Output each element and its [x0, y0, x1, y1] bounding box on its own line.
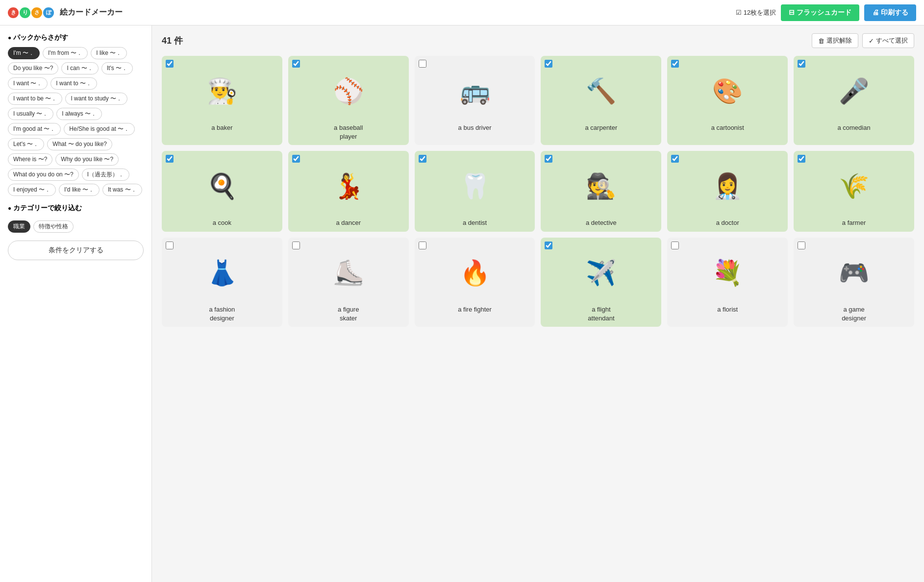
card-label: a figure skater	[338, 305, 359, 323]
card-label: a fire fighter	[458, 305, 492, 314]
card-checkbox[interactable]	[545, 242, 552, 249]
card-illustration: 🔥	[453, 246, 497, 300]
card-checkbox[interactable]	[166, 155, 174, 163]
app-name: 絵カードメーカー	[60, 7, 123, 18]
sidebar-tag[interactable]: I always 〜．	[56, 108, 102, 120]
sidebar-tag[interactable]: I like 〜．	[91, 47, 127, 59]
logo-circle-ri: り	[20, 7, 30, 18]
card-illustration: 👗	[200, 246, 244, 300]
logo-circle-po: ぽ	[43, 7, 54, 18]
result-count: 41 件	[162, 35, 183, 47]
content-header: 41 件 🗑 選択解除 ✓ すべて選択	[162, 33, 914, 48]
card: 👗a fashion designer	[162, 238, 282, 327]
sidebar-tag[interactable]: I（過去形）．	[82, 169, 129, 181]
card-image: 🎤	[798, 62, 910, 121]
card-checkbox[interactable]	[419, 60, 426, 68]
sidebar-tag[interactable]: I'm good at 〜．	[8, 123, 61, 135]
card-image: 🦷	[419, 157, 531, 216]
card-checkbox[interactable]	[545, 155, 552, 163]
card: 💃a dancer	[288, 151, 409, 231]
card-checkbox[interactable]	[671, 242, 679, 249]
card-image: 🍳	[166, 157, 278, 216]
card: ⚾a baseball player	[288, 56, 409, 145]
card-checkbox[interactable]	[671, 155, 679, 163]
card-checkbox[interactable]	[798, 242, 805, 249]
card-checkbox[interactable]	[798, 60, 805, 68]
sidebar-tag[interactable]: I'm from 〜．	[43, 47, 88, 59]
check-icon: ✓	[869, 37, 874, 45]
card-checkbox[interactable]	[419, 155, 426, 163]
flash-card-button[interactable]: ⊟ フラッシュカード	[781, 4, 859, 21]
sidebar-tag[interactable]: I want 〜．	[8, 77, 48, 90]
card: 🍳a cook	[162, 151, 282, 231]
card-illustration: ⚾	[326, 64, 371, 118]
card-label: a carpenter	[585, 123, 618, 132]
sidebar-tag[interactable]: I usually 〜．	[8, 108, 53, 120]
sidebar-tag[interactable]: I enjoyed 〜．	[8, 184, 56, 196]
card-label: a fashion designer	[209, 305, 235, 323]
card-illustration: 🍳	[200, 159, 244, 213]
card-illustration: ⛸️	[326, 246, 371, 300]
card-label: a dancer	[336, 218, 361, 227]
deselect-icon: 🗑	[818, 37, 824, 45]
sidebar-tag[interactable]: Do you like 〜?	[8, 62, 58, 74]
card-image: 🚌	[419, 62, 531, 121]
logo-circle-sa: さ	[31, 7, 42, 18]
card-image: ✈️	[545, 243, 657, 302]
card: 🚌a bus driver	[415, 56, 535, 145]
category-tag[interactable]: 特徴や性格	[33, 220, 74, 233]
clear-button[interactable]: 条件をクリアする	[8, 241, 144, 260]
sidebar-tag[interactable]: It's 〜．	[101, 62, 133, 74]
card-checkbox[interactable]	[292, 60, 300, 68]
card: 💐a florist	[667, 238, 788, 327]
card-illustration: 🦷	[453, 159, 497, 213]
sidebar-tag[interactable]: I want to 〜．	[50, 77, 97, 90]
content-actions: 🗑 選択解除 ✓ すべて選択	[812, 33, 914, 48]
card-checkbox[interactable]	[166, 242, 174, 249]
card-image: 🔥	[419, 243, 531, 302]
card-checkbox[interactable]	[292, 155, 300, 163]
card-label: a baker	[211, 123, 232, 132]
card-label: a doctor	[716, 218, 739, 227]
sidebar-tag[interactable]: He/She is good at 〜．	[64, 123, 135, 135]
card-checkbox[interactable]	[671, 60, 679, 68]
card-checkbox[interactable]	[798, 155, 805, 163]
card-image: 👨‍🍳	[166, 62, 278, 121]
sidebar-tag[interactable]: I want to be 〜．	[8, 93, 62, 105]
card-label: a baseball player	[334, 123, 363, 141]
card-image: 🎮	[798, 243, 910, 302]
select-all-button[interactable]: ✓ すべて選択	[862, 33, 914, 48]
card-image: 🔨	[545, 62, 657, 121]
deselect-button[interactable]: 🗑 選択解除	[812, 33, 858, 48]
sidebar-tag[interactable]: It was 〜．	[102, 184, 142, 196]
sidebar-tag[interactable]: Where is 〜?	[8, 153, 52, 166]
category-section-title: カテゴリーで絞り込む	[8, 204, 144, 213]
card-illustration: 🌾	[832, 159, 876, 213]
header-right: ☑ 12枚を選択 ⊟ フラッシュカード 🖨 印刷する	[736, 4, 916, 21]
card: 🔥a fire fighter	[415, 238, 535, 327]
card-checkbox[interactable]	[166, 60, 174, 68]
sidebar-tag[interactable]: I want to study 〜．	[65, 93, 127, 105]
card-image: ⚾	[292, 62, 405, 121]
sidebar-tag[interactable]: What 〜 do you like?	[47, 138, 112, 150]
card-label: a flight attendant	[588, 305, 614, 323]
card-image: 🌾	[798, 157, 910, 216]
sidebar-tag[interactable]: I'd like 〜．	[59, 184, 100, 196]
card: 👩‍⚕️a doctor	[667, 151, 788, 231]
sidebar-tag[interactable]: I can 〜．	[61, 62, 98, 74]
sidebar-tag[interactable]: What do you do on 〜?	[8, 169, 79, 181]
logo-area: き り さ ぽ 絵カードメーカー	[8, 7, 123, 18]
sidebar-tag[interactable]: Let's 〜．	[8, 138, 44, 150]
sidebar-tag[interactable]: I'm 〜．	[8, 47, 40, 59]
card-checkbox[interactable]	[292, 242, 300, 249]
sidebar-tag[interactable]: Why do you like 〜?	[55, 153, 119, 166]
card-checkbox[interactable]	[545, 60, 552, 68]
card-label: a detective	[586, 218, 617, 227]
card-checkbox[interactable]	[419, 242, 426, 249]
category-tag[interactable]: 職業	[8, 220, 30, 233]
logo-circles: き り さ ぽ	[8, 7, 54, 18]
card: 👨‍🍳a baker	[162, 56, 282, 145]
card-label: a florist	[717, 305, 738, 314]
print-button[interactable]: 🖨 印刷する	[864, 4, 916, 21]
card-illustration: 🕵️	[579, 159, 623, 213]
